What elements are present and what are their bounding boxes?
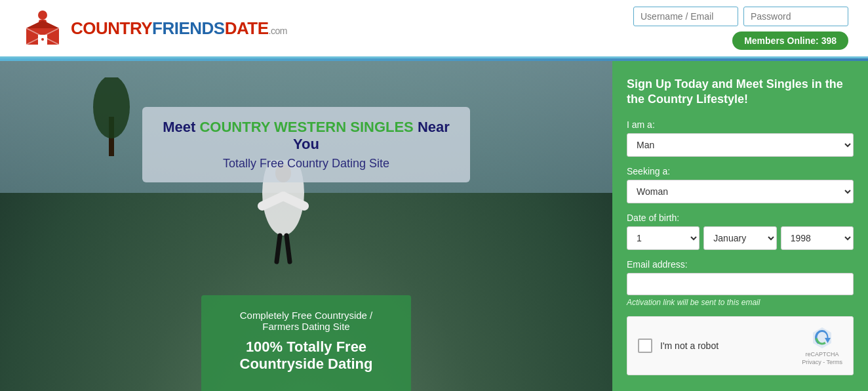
seeking-group: Seeking a: Man Woman	[627, 166, 854, 203]
headline-highlight: COUNTRY WESTERN SINGLES	[199, 119, 413, 135]
headline-line2: Totally Free Country Dating Site	[162, 157, 450, 171]
members-online-button[interactable]: Members Online: 398	[732, 31, 848, 50]
i-am-select[interactable]: Man Woman	[627, 133, 854, 157]
logo-date: DATE	[225, 18, 269, 38]
email-input[interactable]	[627, 273, 854, 295]
svg-point-5	[41, 38, 44, 41]
signup-title: Sign Up Today and Meet Singles in the th…	[627, 77, 854, 108]
email-label: Email address:	[627, 259, 854, 270]
seeking-label: Seeking a:	[627, 166, 854, 176]
header-inputs	[633, 7, 848, 26]
email-group: Email address: Activation link will be s…	[627, 259, 854, 307]
logo-country: COUNTRY	[71, 18, 152, 38]
password-input[interactable]	[743, 7, 848, 26]
svg-point-0	[38, 10, 47, 20]
recaptcha-label: reCAPTCHA	[806, 351, 839, 358]
recaptcha-icon	[810, 326, 834, 350]
hero-headline: Meet COUNTRY WESTERN SINGLES Near You To…	[142, 107, 470, 182]
logo-friends: FRIENDS	[152, 18, 225, 38]
username-input[interactable]	[633, 7, 738, 26]
dob-row: 1 2 3 January February March 1998 1997 1…	[627, 226, 854, 250]
svg-marker-3	[26, 20, 59, 28]
seeking-select[interactable]: Man Woman	[627, 180, 854, 203]
dob-year-select[interactable]: 1998 1997 1999	[781, 226, 854, 250]
activation-note: Activation link will be sent to this ema…	[627, 298, 854, 307]
captcha-checkbox[interactable]	[638, 339, 652, 353]
logo-com: .com	[269, 26, 287, 36]
svg-line-15	[286, 236, 290, 262]
i-am-label: I am a:	[627, 119, 854, 130]
promo-line2: 100% Totally Free Countryside Dating	[227, 339, 385, 373]
recaptcha-links[interactable]: Privacy - Terms	[802, 359, 842, 365]
promo-box: Completely Free Countryside / Farmers Da…	[201, 295, 411, 391]
headline-prefix: Meet	[163, 119, 199, 135]
svg-point-9	[93, 77, 130, 138]
main-content: Meet COUNTRY WESTERN SINGLES Near You To…	[0, 61, 868, 391]
captcha-left: I'm not a robot	[638, 339, 719, 353]
headline-line1: Meet COUNTRY WESTERN SINGLES Near You	[162, 119, 450, 153]
dob-day-select[interactable]: 1 2 3	[627, 226, 700, 250]
header-right: Members Online: 398	[633, 7, 848, 50]
signup-panel: Sign Up Today and Meet Singles in the th…	[612, 61, 868, 391]
logo-icon	[20, 9, 66, 48]
promo-line1: Completely Free Countryside / Farmers Da…	[227, 310, 385, 332]
logo-text: COUNTRYFRIENDSDATE.com	[71, 18, 287, 39]
header: COUNTRYFRIENDSDATE.com Members Online: 3…	[0, 0, 868, 58]
svg-line-14	[277, 236, 280, 262]
hero-area: Meet COUNTRY WESTERN SINGLES Near You To…	[0, 61, 612, 391]
captcha-right: reCAPTCHA Privacy - Terms	[802, 326, 842, 365]
dob-label: Date of birth:	[627, 213, 854, 223]
captcha-box[interactable]: I'm not a robot reCAPTCHA Privacy - Term…	[627, 316, 854, 375]
dob-group: Date of birth: 1 2 3 January February Ma…	[627, 213, 854, 250]
i-am-group: I am a: Man Woman	[627, 119, 854, 157]
logo: COUNTRYFRIENDSDATE.com	[20, 9, 287, 48]
captcha-text: I'm not a robot	[660, 340, 719, 351]
dob-month-select[interactable]: January February March	[703, 226, 776, 250]
tree-icon	[92, 77, 131, 156]
